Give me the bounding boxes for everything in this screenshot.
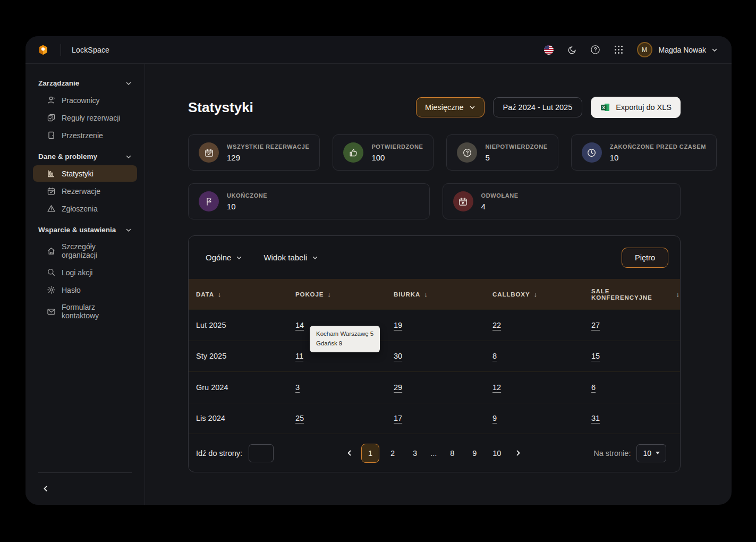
search-icon [47, 268, 56, 277]
table-header-row: DATA↓ POKOJE↓ BIURKA↓ CALLBOXY↓ SALE KON… [189, 279, 680, 309]
user-icon [47, 96, 56, 105]
page-button-3[interactable]: 3 [406, 444, 424, 463]
chevron-left-icon [42, 485, 49, 492]
rules-icon [47, 113, 56, 122]
cell-link[interactable]: 11 [295, 352, 303, 360]
column-header-callboxy[interactable]: CALLBOXY↓ [485, 290, 584, 298]
sort-icon: ↓ [327, 290, 331, 298]
per-page-label: Na stronie: [593, 449, 631, 458]
flag-icon [199, 191, 219, 211]
cell-link[interactable]: 3 [295, 383, 300, 392]
export-xls-button[interactable]: X Exportuj do XLS [591, 97, 681, 118]
gear-icon [47, 285, 56, 294]
sidebar-item-haslo[interactable]: Hasło [33, 282, 137, 298]
cell-link[interactable]: 15 [591, 352, 600, 360]
sort-icon: ↓ [424, 290, 428, 298]
sidebar-item-statystyki[interactable]: Statystyki [33, 165, 137, 182]
stat-value: 10 [227, 202, 267, 211]
sidebar-item-szczegoly-organizacji[interactable]: Szczegóły organizacji [33, 239, 137, 263]
sidebar-item-label: Zgłoszenia [62, 205, 98, 213]
cell-link[interactable]: 14 [295, 321, 304, 329]
user-name: Magda Nowak [659, 46, 707, 54]
sidebar-item-pracownicy[interactable]: Pracownicy [33, 92, 137, 108]
export-xls-label: Exportuj do XLS [616, 103, 672, 112]
thumbs-up-icon [343, 142, 363, 163]
period-dropdown[interactable]: Miesięczne [416, 97, 485, 117]
sidebar-item-przestrzenie[interactable]: Przestrzenie [33, 127, 137, 143]
column-header-pokoje[interactable]: POKOJE↓ [288, 290, 386, 298]
cell-link[interactable]: 22 [492, 321, 501, 329]
next-page-button[interactable] [510, 445, 526, 461]
cell-link[interactable]: 9 [492, 414, 497, 422]
pagination: 1 2 3 ... 8 9 10 [341, 444, 526, 463]
chevron-down-icon [312, 255, 318, 261]
table-view-dropdown[interactable]: Widok tabeli [264, 253, 318, 262]
page-button-10[interactable]: 10 [488, 444, 506, 463]
brand-name: LockSpace [72, 46, 109, 54]
cell-link[interactable]: 31 [591, 414, 600, 422]
per-page-select[interactable]: 10 [636, 444, 666, 462]
table-row: Sty 2025 11 30 8 15 [189, 341, 680, 372]
page-button-1[interactable]: 1 [361, 444, 379, 463]
chevron-down-icon [236, 255, 242, 261]
chevron-right-icon [515, 450, 522, 456]
dark-mode-moon-icon[interactable] [567, 45, 577, 55]
cell-link[interactable]: 30 [394, 352, 402, 360]
sidebar-item-reguly-rezerwacji[interactable]: Reguły rezerwacji [33, 109, 137, 126]
column-header-sale-konferencyjne[interactable]: SALE KONFERENCYJNE↓ [584, 288, 680, 301]
stat-value: 4 [481, 202, 519, 211]
column-header-data[interactable]: DATA↓ [189, 290, 288, 298]
prev-page-button[interactable] [341, 445, 357, 461]
cell-link[interactable]: 8 [492, 352, 497, 360]
stat-label: ZAKOŃCZONE PRZED CZASEM [610, 143, 706, 150]
page-button-2[interactable]: 2 [384, 444, 402, 463]
sidebar-collapse-button[interactable] [38, 481, 52, 495]
per-page-value: 10 [643, 449, 651, 458]
page-button-8[interactable]: 8 [443, 444, 461, 463]
cell-link[interactable]: 19 [394, 321, 402, 329]
sidebar-footer [26, 472, 145, 505]
sidebar-item-rezerwacje[interactable]: Rezerwacje [33, 183, 137, 199]
sidebar-section-zarzadzanie[interactable]: Zarządzanie [33, 75, 137, 91]
cell-link[interactable]: 25 [295, 414, 304, 422]
stat-label: ODWOŁANE [481, 192, 519, 199]
sidebar-item-zgloszenia[interactable]: Zgłoszenia [33, 200, 137, 217]
sidebar-item-logi-akcji[interactable]: Logi akcji [33, 264, 137, 281]
date-range-button[interactable]: Paź 2024 - Lut 2025 [493, 97, 583, 117]
chevron-down-icon [469, 104, 475, 111]
cell-link[interactable]: 29 [394, 383, 402, 392]
general-filter-dropdown[interactable]: Ogólne [206, 253, 242, 262]
mail-icon [47, 307, 56, 316]
page-button-9[interactable]: 9 [465, 444, 483, 463]
excel-icon: X [600, 102, 610, 113]
stat-label: UKOŃCZONE [227, 192, 267, 199]
sidebar-item-label: Statystyki [62, 170, 94, 178]
cell-link[interactable]: 27 [591, 321, 600, 329]
stat-label: NIEPOTWIERDZONE [485, 143, 547, 150]
column-header-biurka[interactable]: BIURKA↓ [386, 290, 485, 298]
stat-card-potwierdzone: POTWIERDZONE 100 [333, 134, 434, 171]
stat-card-niepotwierdzone: NIEPOTWIERDZONE 5 [446, 134, 558, 171]
cell-link[interactable]: 12 [492, 383, 501, 392]
caret-down-icon [656, 452, 660, 454]
stat-card-ukonczone: UKOŃCZONE 10 [188, 183, 430, 219]
space-icon [47, 131, 56, 140]
stat-label: WSZYSTKIE REZERWACJE [227, 143, 309, 150]
sidebar-section-dane-problemy[interactable]: Dane & problemy [33, 149, 137, 164]
sidebar-section-wsparcie-ustawienia[interactable]: Wsparcie & ustawienia [33, 222, 137, 238]
tooltip-line: Kocham Warszawę 5 [316, 329, 373, 339]
floor-button[interactable]: Piętro [622, 248, 668, 268]
sidebar-item-formularz-kontaktowy[interactable]: Formularz kontaktowy [33, 299, 137, 324]
apps-grid-icon[interactable] [614, 45, 624, 55]
language-flag-icon[interactable] [543, 45, 554, 55]
cell-date: Lis 2024 [189, 414, 288, 422]
sidebar: Zarządzanie Pracownicy Reguły rezerwacji [26, 64, 145, 505]
section-label: Dane & problemy [38, 153, 97, 160]
help-icon[interactable] [590, 45, 601, 55]
general-filter-value: Ogólne [206, 253, 231, 262]
goto-page-input[interactable] [249, 444, 274, 462]
cell-link[interactable]: 6 [591, 383, 596, 392]
cell-link[interactable]: 17 [394, 414, 402, 422]
page-title: Statystyki [188, 99, 253, 116]
user-menu[interactable]: M Magda Nowak [637, 42, 718, 57]
